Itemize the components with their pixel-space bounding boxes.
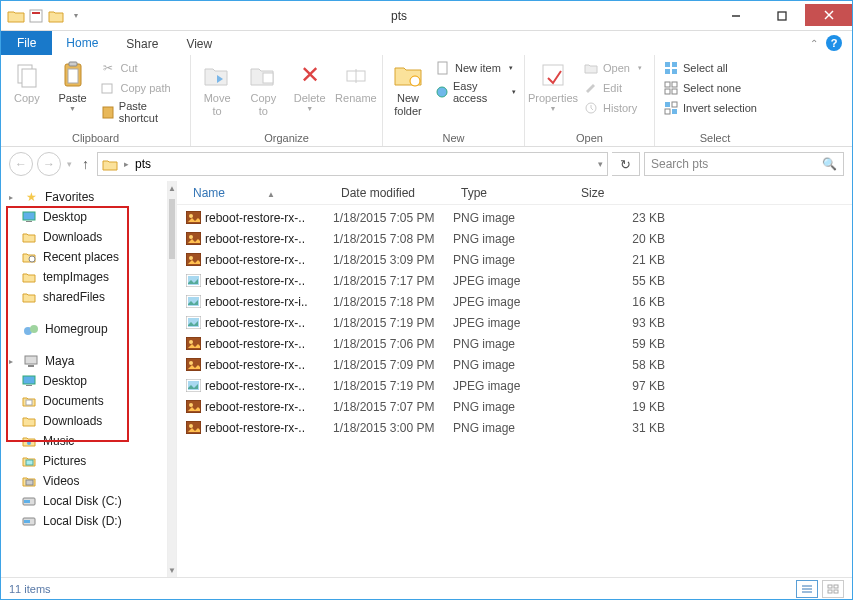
nav-item[interactable]: Local Disk (C:): [1, 491, 167, 511]
item-icon: [21, 393, 37, 409]
history-button[interactable]: History: [579, 99, 646, 117]
tab-view[interactable]: View: [172, 31, 226, 55]
file-row[interactable]: reboot-restore-rx-..1/18/2015 7:08 PMPNG…: [177, 228, 852, 249]
file-icon: [185, 274, 201, 288]
file-row[interactable]: reboot-restore-rx-..1/18/2015 7:19 PMJPE…: [177, 375, 852, 396]
copy-to-button[interactable]: Copyto: [241, 57, 285, 117]
folder-icon: [7, 7, 25, 25]
open-button[interactable]: Open▾: [579, 59, 646, 77]
item-icon: [21, 373, 37, 389]
properties-button[interactable]: Properties▼: [529, 57, 577, 112]
nav-up-button[interactable]: ↑: [78, 156, 93, 172]
rename-button[interactable]: Rename: [334, 57, 378, 104]
file-row[interactable]: reboot-restore-rx-..1/18/2015 7:19 PMJPE…: [177, 312, 852, 333]
folder-icon: [21, 209, 37, 225]
svg-rect-54: [186, 253, 201, 266]
file-row[interactable]: reboot-restore-rx-..1/18/2015 7:09 PMPNG…: [177, 354, 852, 375]
ribbon-group-select: Select all Select none Invert selection …: [655, 55, 775, 146]
copy-path-icon: [100, 80, 116, 96]
window-title: pts: [85, 9, 713, 23]
svg-rect-47: [24, 500, 30, 503]
qat-properties-icon[interactable]: [27, 7, 45, 25]
view-details-button[interactable]: [796, 580, 818, 598]
edit-button[interactable]: Edit: [579, 79, 646, 97]
delete-button[interactable]: ✕Delete▼: [288, 57, 332, 112]
file-row[interactable]: reboot-restore-rx-..1/18/2015 3:00 PMPNG…: [177, 417, 852, 438]
scroll-down-icon[interactable]: ▼: [168, 563, 176, 577]
select-all-button[interactable]: Select all: [659, 59, 761, 77]
qat-newfolder-icon[interactable]: [47, 7, 65, 25]
chevron-down-icon[interactable]: ▾: [598, 159, 603, 169]
svg-rect-10: [68, 69, 78, 83]
help-icon[interactable]: ?: [826, 35, 842, 51]
cut-button[interactable]: ✂Cut: [96, 59, 186, 77]
nav-item[interactable]: Documents: [1, 391, 167, 411]
nav-item[interactable]: Desktop: [1, 207, 167, 227]
column-date[interactable]: Date modified: [333, 186, 453, 200]
file-row[interactable]: reboot-restore-rx-..1/18/2015 7:06 PMPNG…: [177, 333, 852, 354]
column-size[interactable]: Size: [573, 186, 693, 200]
nav-item[interactable]: Downloads: [1, 411, 167, 431]
nav-item[interactable]: Recent places: [1, 247, 167, 267]
tab-share[interactable]: Share: [112, 31, 172, 55]
invert-selection-button[interactable]: Invert selection: [659, 99, 761, 117]
tab-home[interactable]: Home: [52, 31, 112, 55]
address-bar[interactable]: ▸ pts ▾: [97, 152, 608, 176]
nav-favorites[interactable]: ▸★Favorites: [1, 187, 167, 207]
svg-point-16: [410, 76, 420, 86]
close-button[interactable]: [805, 4, 853, 26]
paste-shortcut-button[interactable]: Paste shortcut: [96, 99, 186, 125]
column-type[interactable]: Type: [453, 186, 573, 200]
nav-scrollbar[interactable]: ▲ ▼: [167, 181, 177, 577]
nav-item[interactable]: Desktop: [1, 371, 167, 391]
easy-access-button[interactable]: Easy access▾: [431, 79, 520, 105]
scroll-thumb[interactable]: [169, 199, 175, 259]
breadcrumb[interactable]: pts: [135, 157, 151, 171]
nav-item[interactable]: sharedFiles: [1, 287, 167, 307]
new-item-button[interactable]: New item▾: [431, 59, 520, 77]
nav-item[interactable]: Downloads: [1, 227, 167, 247]
search-input[interactable]: Search pts 🔍: [644, 152, 844, 176]
file-row[interactable]: reboot-restore-rx-..1/18/2015 7:05 PMPNG…: [177, 207, 852, 228]
nav-forward-button[interactable]: →: [37, 152, 61, 176]
collapse-ribbon-icon[interactable]: ⌃: [810, 38, 818, 49]
select-none-button[interactable]: Select none: [659, 79, 761, 97]
paste-button[interactable]: Paste ▼: [51, 57, 95, 112]
nav-this-pc[interactable]: ▸Maya: [1, 351, 167, 371]
svg-rect-45: [26, 480, 33, 485]
nav-item[interactable]: Pictures: [1, 451, 167, 471]
tab-file[interactable]: File: [1, 31, 52, 55]
item-icon: [21, 453, 37, 469]
maximize-button[interactable]: [759, 5, 805, 27]
copy-button[interactable]: Copy: [5, 57, 49, 104]
svg-rect-27: [665, 89, 670, 94]
file-row[interactable]: reboot-restore-rx-..1/18/2015 7:07 PMPNG…: [177, 396, 852, 417]
move-to-button[interactable]: Moveto: [195, 57, 239, 117]
new-item-icon: [435, 60, 451, 76]
nav-item[interactable]: Local Disk (D:): [1, 511, 167, 531]
file-row[interactable]: reboot-restore-rx-..1/18/2015 7:17 PMJPE…: [177, 270, 852, 291]
minimize-button[interactable]: [713, 5, 759, 27]
item-count: 11 items: [9, 583, 51, 595]
scroll-up-icon[interactable]: ▲: [168, 181, 176, 195]
svg-point-53: [189, 235, 193, 239]
recent-locations-icon[interactable]: ▾: [65, 159, 74, 169]
window-controls: [713, 5, 852, 27]
svg-rect-38: [25, 356, 37, 364]
new-folder-button[interactable]: Newfolder: [387, 57, 429, 117]
nav-back-button[interactable]: ←: [9, 152, 33, 176]
copy-path-button[interactable]: Copy path: [96, 79, 186, 97]
nav-homegroup[interactable]: Homegroup: [1, 319, 167, 339]
file-row[interactable]: reboot-restore-rx-i..1/18/2015 7:18 PMJP…: [177, 291, 852, 312]
nav-item[interactable]: Music: [1, 431, 167, 451]
qat-dropdown-icon[interactable]: ▾: [67, 7, 85, 25]
svg-point-37: [30, 325, 38, 333]
search-icon: 🔍: [822, 157, 837, 171]
column-name[interactable]: Name▲: [185, 186, 333, 200]
view-thumbnails-button[interactable]: [822, 580, 844, 598]
file-row[interactable]: reboot-restore-rx-..1/18/2015 3:09 PMPNG…: [177, 249, 852, 270]
svg-rect-22: [672, 62, 677, 67]
nav-item[interactable]: Videos: [1, 471, 167, 491]
refresh-button[interactable]: ↻: [612, 152, 640, 176]
nav-item[interactable]: tempImages: [1, 267, 167, 287]
